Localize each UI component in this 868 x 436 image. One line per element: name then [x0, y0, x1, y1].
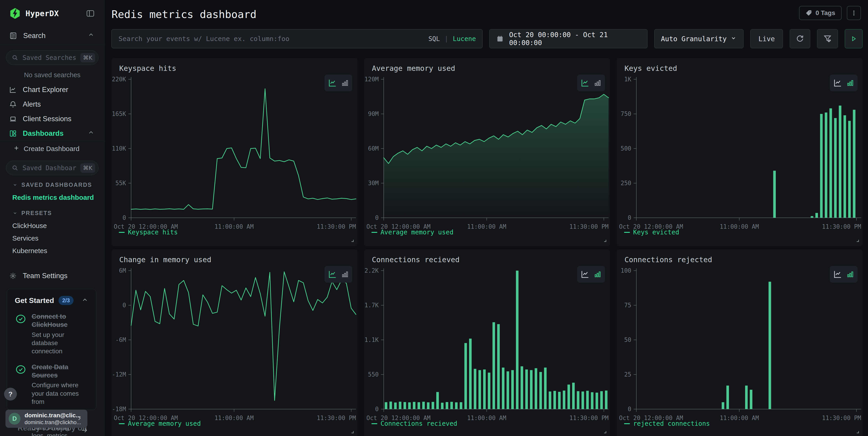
resize-handle[interactable]	[602, 430, 608, 435]
bar-chart-icon[interactable]	[846, 79, 854, 87]
legend-dash-icon	[119, 232, 125, 233]
sidebar-item-team-settings[interactable]: Team Settings	[0, 267, 104, 285]
sidebar-item-alerts[interactable]: Alerts	[0, 97, 104, 112]
resize-handle[interactable]	[855, 238, 860, 243]
granularity-select[interactable]: Auto Granularity	[654, 29, 744, 48]
line-chart-icon[interactable]	[328, 78, 337, 87]
event-search-input[interactable]: SQL | Lucene	[112, 29, 483, 48]
hyperdx-logo-icon	[9, 7, 21, 19]
saved-dashboards-input[interactable]: ⌘K	[6, 161, 98, 175]
play-icon	[850, 35, 857, 42]
bar-chart-icon[interactable]	[341, 79, 349, 87]
chart-type-toggle	[324, 266, 352, 283]
get-started-title: Get Started	[15, 296, 54, 305]
chart-plot[interactable]: 2.2K1.7K1.1K5500Oct 20 12:00:00 AM11:00:…	[364, 250, 610, 436]
step-title: Connect to ClickHouse	[32, 312, 88, 329]
live-button[interactable]: Live	[750, 29, 783, 48]
chart-title: Average memory used	[372, 64, 455, 73]
chart-plot[interactable]: 1K7505002500Oct 20 12:00:00 AM11:00:00 A…	[617, 58, 863, 246]
svg-text:11:30:00 PM: 11:30:00 PM	[822, 414, 861, 422]
chevron-up-icon	[88, 129, 94, 138]
help-button[interactable]: ?	[4, 388, 17, 401]
legend-dash-icon	[371, 423, 377, 424]
get-started-step-1[interactable]: Connect to ClickHouse Set up your databa…	[15, 312, 88, 356]
chart-plot[interactable]: 220K165K110K55K0Oct 20 12:00:00 AM11:00:…	[112, 58, 357, 246]
legend-dash-icon	[119, 423, 125, 424]
sidebar-item-clickhouse[interactable]: ClickHouse	[0, 220, 104, 232]
line-chart-icon	[9, 86, 17, 94]
svg-text:220K: 220K	[112, 76, 126, 83]
page-title: Redis metrics dashboard	[112, 8, 256, 21]
time-range-picker[interactable]: Oct 20 00:00:00 - Oct 21 00:00:00	[489, 29, 648, 48]
dashboard-menu-button[interactable]	[847, 6, 861, 20]
bar-chart-icon[interactable]	[846, 270, 854, 278]
svg-text:60M: 60M	[368, 145, 379, 152]
resize-handle[interactable]	[855, 430, 860, 435]
chart-plot[interactable]: 120M90M60M30M0Oct 20 12:00:00 AM11:00:00…	[364, 58, 610, 246]
sidebar-item-redis-dashboard[interactable]: Redis metrics dashboard	[0, 191, 104, 204]
sidebar-item-label: Dashboards	[23, 129, 63, 138]
create-dashboard-button[interactable]: Create Dashboard	[0, 141, 104, 156]
chart-legend[interactable]: Connections recieved	[371, 420, 457, 427]
resize-handle[interactable]	[602, 238, 608, 243]
chart-legend[interactable]: Average memory used	[119, 420, 201, 427]
sidebar-item-client-sessions[interactable]: Client Sessions	[0, 112, 104, 126]
chart-legend[interactable]: rejected connections	[624, 420, 710, 427]
filter-button[interactable]	[817, 29, 838, 48]
svg-text:-18M: -18M	[112, 406, 126, 412]
chart-plot[interactable]: 1007550250Oct 20 12:00:00 AM11:00:00 AM1…	[617, 250, 863, 436]
line-chart-icon[interactable]	[833, 270, 842, 279]
line-chart-icon[interactable]	[833, 78, 842, 87]
chart-type-toggle	[577, 266, 605, 283]
sidebar-item-dashboards[interactable]: Dashboards	[0, 126, 104, 141]
line-chart-icon[interactable]	[581, 270, 590, 279]
run-query-button[interactable]	[845, 29, 863, 48]
saved-searches-field[interactable]	[22, 54, 77, 62]
chart-legend[interactable]: Average memory used	[371, 229, 453, 236]
lucene-toggle[interactable]: Lucene	[453, 35, 476, 42]
sidebar-item-kubernetes[interactable]: Kubernetes	[0, 244, 104, 257]
step-title: Create Data Sources	[32, 363, 88, 379]
saved-dashboards-field[interactable]	[22, 164, 77, 172]
query-language-toggle: SQL | Lucene	[428, 35, 476, 42]
bar-chart-icon[interactable]	[594, 79, 601, 87]
bar-chart-icon[interactable]	[594, 270, 601, 278]
toolbar: SQL | Lucene Oct 20 00:00:00 - Oct 21 00…	[112, 29, 863, 48]
sidebar-collapse-icon[interactable]	[86, 9, 95, 18]
chart-plot[interactable]: 6M0-6M-12M-18MOct 20 12:00:00 AM11:00:00…	[112, 250, 357, 436]
resize-handle[interactable]	[350, 430, 355, 435]
chart-legend[interactable]: Keyspace hits	[119, 229, 178, 236]
refresh-button[interactable]	[790, 29, 810, 48]
get-started-step-2[interactable]: Create Data Sources Configure where your…	[15, 363, 88, 406]
sql-toggle[interactable]: SQL	[428, 35, 440, 42]
event-search-field[interactable]	[118, 35, 424, 43]
user-profile-button[interactable]: D dominic.tran@clic... dominic.tran@clic…	[5, 410, 87, 428]
user-name: dominic.tran@clic...	[25, 412, 72, 419]
chart-legend[interactable]: Keys evicted	[624, 229, 679, 236]
svg-text:1K: 1K	[624, 76, 631, 83]
svg-text:250: 250	[621, 180, 631, 186]
tags-label: 0 Tags	[815, 9, 835, 17]
saved-searches-input[interactable]: ⌘K	[6, 50, 98, 65]
svg-text:25: 25	[624, 371, 631, 378]
chevron-down-icon	[730, 35, 737, 43]
tag-icon	[805, 9, 812, 17]
sidebar-item-services[interactable]: Services	[0, 232, 104, 244]
sidebar-item-label: Alerts	[23, 100, 41, 109]
gear-icon	[9, 272, 17, 280]
tags-button[interactable]: 0 Tags	[799, 6, 842, 20]
sidebar-item-chart-explorer[interactable]: Chart Explorer	[0, 83, 104, 97]
svg-text:0: 0	[628, 214, 631, 221]
presets-section[interactable]: PRESETS	[0, 207, 104, 220]
saved-dashboards-section[interactable]: SAVED DASHBOARDS	[0, 178, 104, 191]
line-chart-icon[interactable]	[581, 78, 590, 87]
main-content: Redis metrics dashboard 0 Tags SQL | Luc…	[105, 0, 868, 436]
line-chart-icon[interactable]	[328, 270, 337, 279]
shortcut-badge: ⌘K	[80, 163, 95, 173]
svg-text:100: 100	[621, 267, 631, 274]
resize-handle[interactable]	[350, 238, 355, 243]
svg-text:11:30:00 PM: 11:30:00 PM	[569, 414, 609, 422]
sidebar-item-search[interactable]: Search	[0, 27, 104, 45]
bar-chart-icon[interactable]	[341, 270, 349, 278]
chevron-up-icon[interactable]	[82, 297, 88, 304]
